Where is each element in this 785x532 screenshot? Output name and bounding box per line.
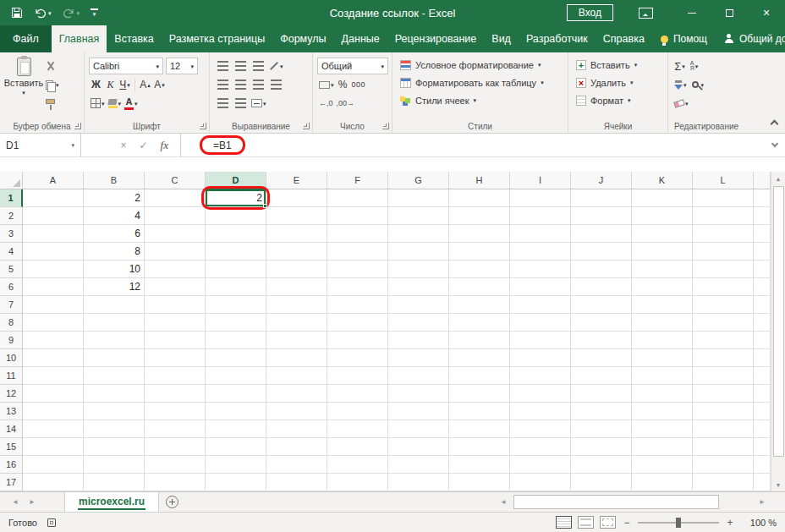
cell-D13[interactable] [206, 403, 266, 420]
cell-F5[interactable] [327, 261, 388, 278]
cell-H1[interactable] [449, 189, 510, 207]
cell-F16[interactable] [327, 456, 388, 474]
sheet-tab-microexcel[interactable]: microexcel.ru [64, 492, 159, 512]
cell-L3[interactable] [693, 225, 754, 243]
cell-B12[interactable] [84, 385, 145, 403]
cell-C10[interactable] [145, 349, 206, 367]
new-sheet-button[interactable] [159, 492, 184, 512]
row-header-17[interactable]: 17 [0, 474, 23, 491]
cut-button[interactable] [43, 58, 62, 74]
row-header-11[interactable]: 11 [0, 367, 23, 385]
sheet-nav-right-icon[interactable]: ► [24, 492, 41, 512]
delete-cells-button[interactable]: Удалить▾ [573, 74, 664, 91]
zoom-out-button[interactable]: − [622, 517, 632, 529]
ribbon-display-options-icon[interactable] [639, 8, 653, 19]
cell-E3[interactable] [266, 225, 327, 243]
font-name-select[interactable]: Calibri▾ [89, 58, 163, 74]
cell-C8[interactable] [145, 314, 206, 332]
cell-H12[interactable] [449, 385, 510, 403]
zoom-in-button[interactable]: + [725, 517, 735, 529]
insert-function-icon[interactable]: fx [161, 139, 168, 152]
cell-K17[interactable] [632, 474, 693, 491]
hscroll-left-icon[interactable]: ◄ [495, 492, 512, 512]
fill-color-button[interactable]: ▾ [107, 96, 124, 112]
close-button[interactable]: × [748, 0, 785, 25]
cell-I15[interactable] [510, 438, 571, 456]
cell-K11[interactable] [632, 367, 693, 385]
zoom-slider[interactable] [638, 522, 719, 524]
cell-D3[interactable] [206, 225, 266, 243]
horizontal-scrollbar[interactable]: ◄ ► [495, 492, 771, 512]
clipboard-dialog-launcher-icon[interactable] [74, 123, 81, 129]
increase-font-size-button[interactable]: А▴ [138, 77, 152, 93]
cancel-icon[interactable]: × [121, 140, 127, 151]
align-bottom-button[interactable] [250, 58, 267, 74]
cell-I3[interactable] [510, 225, 571, 243]
maximize-button[interactable] [711, 0, 748, 25]
cell-A2[interactable] [23, 207, 84, 225]
insert-cells-button[interactable]: Вставить▾ [573, 56, 664, 74]
cell-I10[interactable] [510, 349, 571, 367]
copy-button[interactable]: ▾ [43, 77, 62, 92]
cell-C13[interactable] [145, 403, 206, 420]
cell-F2[interactable] [327, 207, 388, 225]
cell-I17[interactable] [510, 474, 571, 491]
cell-B15[interactable] [84, 438, 145, 456]
cell-J12[interactable] [571, 385, 632, 403]
cell-K16[interactable] [632, 456, 693, 474]
cell-K9[interactable] [632, 332, 693, 349]
undo-icon[interactable]: ▾ [34, 8, 52, 19]
cell-J6[interactable] [571, 278, 632, 296]
cell-C12[interactable] [145, 385, 206, 403]
cell-F3[interactable] [327, 225, 388, 243]
cell-G11[interactable] [388, 367, 449, 385]
cell-L2[interactable] [693, 207, 754, 225]
cell-A7[interactable] [23, 296, 84, 314]
borders-button[interactable]: ▾ [89, 96, 107, 112]
cell-H11[interactable] [449, 367, 510, 385]
cell-D7[interactable] [206, 296, 266, 314]
cell-K6[interactable] [632, 278, 693, 296]
hscroll-right-icon[interactable]: ► [754, 492, 771, 512]
cell-D11[interactable] [206, 367, 266, 385]
cell-B16[interactable] [84, 456, 145, 474]
macro-record-icon[interactable] [47, 518, 56, 527]
cell-C11[interactable] [145, 367, 206, 385]
clear-button[interactable]: ▾ [672, 96, 690, 112]
column-header-H[interactable]: H [449, 172, 510, 189]
cell-H2[interactable] [449, 207, 510, 225]
cell-D15[interactable] [206, 438, 266, 456]
cell-B5[interactable]: 10 [84, 261, 145, 278]
underline-button[interactable]: Ч▾ [118, 77, 132, 93]
column-header-J[interactable]: J [571, 172, 632, 189]
cell-J16[interactable] [571, 456, 632, 474]
cell-D1[interactable]: 2 [206, 189, 266, 207]
cell-H14[interactable] [449, 420, 510, 438]
name-box[interactable]: D1 ▾ [0, 134, 81, 156]
cell-G1[interactable] [388, 189, 449, 207]
cell-K13[interactable] [632, 403, 693, 420]
column-header-K[interactable]: K [632, 172, 693, 189]
column-header-F[interactable]: F [327, 172, 388, 189]
cell-F17[interactable] [327, 474, 388, 491]
cell-J3[interactable] [571, 225, 632, 243]
cell-H10[interactable] [449, 349, 510, 367]
cell-L13[interactable] [693, 403, 754, 420]
ribbon-tab-Файл[interactable]: Файл [0, 25, 52, 52]
ribbon-tab-Разработчик[interactable]: Разработчик [519, 25, 596, 52]
cell-A3[interactable] [23, 225, 84, 243]
share-button[interactable]: Общий доступ [716, 25, 785, 52]
cell-J2[interactable] [571, 207, 632, 225]
cell-F12[interactable] [327, 385, 388, 403]
font-dialog-launcher-icon[interactable] [200, 123, 206, 129]
cell-E15[interactable] [266, 438, 327, 456]
cell-G13[interactable] [388, 403, 449, 420]
italic-button[interactable]: К [103, 77, 118, 93]
cell-J11[interactable] [571, 367, 632, 385]
cell-K2[interactable] [632, 207, 693, 225]
cell-L9[interactable] [693, 332, 754, 349]
cell-G17[interactable] [388, 474, 449, 491]
cell-J5[interactable] [571, 261, 632, 278]
orientation-button[interactable]: ▾ [267, 58, 285, 74]
cell-D8[interactable] [206, 314, 266, 332]
